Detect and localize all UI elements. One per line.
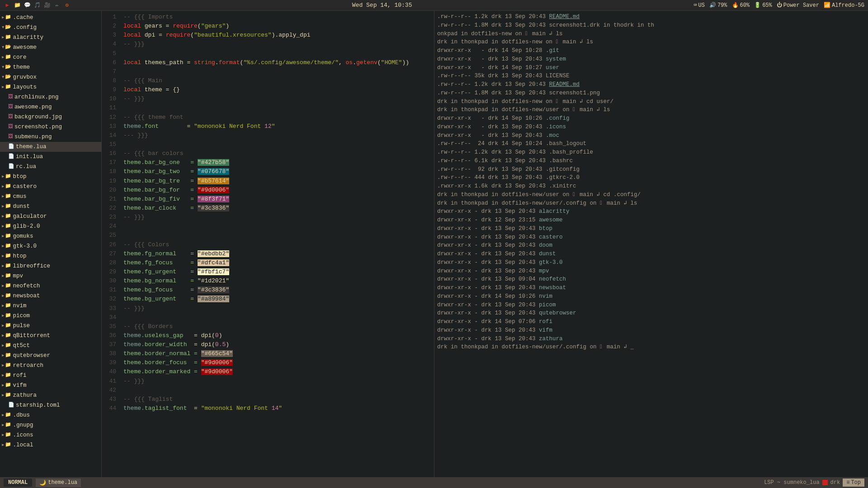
tree-item-screenshot.png[interactable]: 🖼screenshot.png xyxy=(0,122,101,132)
tree-item-.dbus[interactable]: ▶ 📁.dbus xyxy=(0,410,101,420)
icon-bar-1[interactable]: ▶ xyxy=(4,2,11,9)
tree-item-.gnupg[interactable]: ▶ 📁.gnupg xyxy=(0,420,101,430)
icon-bar-3[interactable]: 💬 xyxy=(24,2,31,9)
code-editor[interactable]: 1234567891011121314151617181920212223242… xyxy=(102,11,434,477)
tag-indicator: ≡ Top xyxy=(843,479,864,487)
tree-item-retroarch[interactable]: ▶ 📁retroarch xyxy=(0,361,101,371)
tree-item-layouts[interactable]: ▶ 📁layouts xyxy=(0,82,101,92)
topbar-left: ▶ 📁 💬 🎵 🎥 ✏ ⚙ xyxy=(4,2,71,9)
tree-item-rc.lua[interactable]: 📄rc.lua xyxy=(0,162,101,172)
terminal-line: drwxr-xr-x - drk 13 Sep 20:43 btop xyxy=(437,225,865,233)
terminal-line: .rw-r--r-- 1.8M drk 13 Sep 20:43 screens… xyxy=(437,89,865,98)
tree-item-pulse[interactable]: ▶ 📁pulse xyxy=(0,321,101,331)
editor-content: 1234567891011121314151617181920212223242… xyxy=(102,11,434,477)
tree-item-btop[interactable]: ▶ 📁btop xyxy=(0,172,101,182)
tree-item-galculator[interactable]: ▶ 📁galculator xyxy=(0,211,101,221)
tree-item-dunst[interactable]: ▶ 📁dunst xyxy=(0,202,101,211)
terminal-line: drwxr-xr-x - drk 13 Sep 20:43 qutebrowse… xyxy=(437,309,865,318)
tree-item-.config[interactable]: ▼ 📂.config xyxy=(0,23,101,33)
terminal-line: drwxr-xr-x - drk 13 Sep 20:43 castero xyxy=(437,233,865,242)
tree-item-submenu.png[interactable]: 🖼submenu.png xyxy=(0,132,101,142)
terminal-line: drwxr-xr-x - drk 14 Sep 10:26 .config xyxy=(437,114,865,123)
tree-item-qutebrowser[interactable]: ▶ 📁qutebrowser xyxy=(0,351,101,361)
terminal-line: drwxr-xr-x - drk 13 Sep 20:43 .moc xyxy=(437,131,865,140)
tree-item-newsboat[interactable]: ▶ 📁newsboat xyxy=(0,291,101,301)
tree-item-.icons[interactable]: ▶ 📁.icons xyxy=(0,430,101,440)
tree-item-glib-2.0[interactable]: ▶ 📁glib-2.0 xyxy=(0,221,101,231)
tree-item-gruvbox[interactable]: ▼ 📂gruvbox xyxy=(0,72,101,82)
tree-item-qt5ct[interactable]: ▶ 📁qt5ct xyxy=(0,341,101,351)
terminal-line: .rw-r--r-- 1.2k drk 13 Sep 20:43 README.… xyxy=(437,80,865,89)
icon-bar-4[interactable]: 🎵 xyxy=(33,2,41,9)
file-tree: ▶ 📁.cache▼ 📂.config ▶ 📁alacritty ▼ 📂awes… xyxy=(0,11,102,477)
tree-item-.local[interactable]: ▶ 📁.local xyxy=(0,440,101,450)
topbar-right: ⌨ US 🔊 79% 🔥 60% 🔋 65% ⏻ Power Saver 📶 A… xyxy=(693,2,864,9)
terminal-line: drk in thonkpad in dotfiles-new on  mai… xyxy=(437,38,865,47)
terminal-line: drk in thonkpad in dotfiles-new/user/.co… xyxy=(437,343,865,352)
tree-item-qBittorrent[interactable]: ▶ 📁qBittorrent xyxy=(0,331,101,341)
tree-item-.cache[interactable]: ▶ 📁.cache xyxy=(0,13,101,23)
tree-item-background.jpg[interactable]: 🖼background.jpg xyxy=(0,112,101,122)
wifi-indicator: 📶 Alfredo-5G xyxy=(824,2,864,9)
terminal-line: .rw-r--r-- 1.8M drk 13 Sep 20:43 screens… xyxy=(437,21,865,30)
tree-item-awesome[interactable]: ▼ 📂awesome xyxy=(0,42,101,52)
tree-item-libreoffice[interactable]: ▶ 📁libreoffice xyxy=(0,261,101,271)
terminal-line: drwxr-xr-x - drk 13 Sep 20:43 dunst xyxy=(437,250,865,258)
open-file: 🌙 theme.lua xyxy=(36,479,81,487)
terminal-line: .rw-r--r-- 444 drk 13 Sep 20:43 .gtkrc-2… xyxy=(437,174,865,182)
code-area[interactable]: -- {{{ Importslocal gears = require("gea… xyxy=(120,11,434,477)
terminal-line: drk in thonkpad in dotfiles-new/user on … xyxy=(437,191,865,199)
tree-item-htop[interactable]: ▶ 📁htop xyxy=(0,251,101,261)
terminal-line: drwxr-xr-x - drk 13 Sep 20:43 zathura xyxy=(437,335,865,343)
icon-bar-5[interactable]: 🎥 xyxy=(43,2,51,9)
terminal-line: drwxr-xr-x - drk 13 Sep 20:43 picom xyxy=(437,301,865,310)
tree-item-init.lua[interactable]: 📄init.lua xyxy=(0,152,101,162)
terminal-line: drwxr-xr-x - drk 14 Sep 10:26 nvim xyxy=(437,292,865,301)
terminal-line: drwxr-xr-x - drk 13 Sep 20:43 gtk-3.0 xyxy=(437,258,865,267)
filename: theme.lua xyxy=(48,479,77,486)
tree-item-theme[interactable]: ▼ 📂theme xyxy=(0,62,101,72)
tree-item-starship.toml[interactable]: 📄starship.toml xyxy=(0,400,101,410)
file-icon: 🌙 xyxy=(39,479,46,486)
tag-icon: ≡ xyxy=(846,479,849,486)
terminal-line: drwxr-xr-x - drk 12 Sep 23:15 awesome xyxy=(437,216,865,225)
terminal-line: .rw-r--r-- 1.2k drk 13 Sep 20:43 README.… xyxy=(437,13,865,21)
tree-item-archlinux.png[interactable]: 🖼archlinux.png xyxy=(0,92,101,102)
tree-item-cmus[interactable]: ▶ 📁cmus xyxy=(0,192,101,202)
tree-item-picom[interactable]: ▶ 📁picom xyxy=(0,311,101,321)
terminal-line: drk in thonkpad in dotfiles-new/user on … xyxy=(437,106,865,114)
tree-item-rofi[interactable]: ▶ 📁rofi xyxy=(0,371,101,380)
lsp-status: LSP ~ sumneko_lua xyxy=(764,479,819,486)
terminal-line: .rw-r--r-- 24 drk 14 Sep 10:24 .bash_log… xyxy=(437,140,865,148)
terminal-line: drwxr-xr-x - drk 14 Sep 10:28 .git xyxy=(437,47,865,55)
main-layout: ▶ 📁.cache▼ 📂.config ▶ 📁alacritty ▼ 📂awes… xyxy=(0,11,868,477)
tree-item-nvim[interactable]: ▶ 📁nvim xyxy=(0,301,101,311)
tree-item-vifm[interactable]: ▶ 📁vifm xyxy=(0,380,101,390)
terminal-line: drwxr-xr-x - drk 13 Sep 20:43 .icons xyxy=(437,123,865,131)
tree-item-mpv[interactable]: ▶ 📁mpv xyxy=(0,271,101,281)
terminal-line: drwxr-xr-x - drk 13 Sep 09:04 neofetch xyxy=(437,275,865,284)
tree-item-castero[interactable]: ▶ 📁castero xyxy=(0,182,101,192)
tree-item-gtk-3.0[interactable]: ▶ 📁gtk-3.0 xyxy=(0,241,101,251)
git-branch-icon xyxy=(822,480,828,485)
terminal-line: drk in thonkpad in dotfiles-new/user/.co… xyxy=(437,199,865,208)
tree-item-zathura[interactable]: ▶ 📁zathura xyxy=(0,390,101,400)
tree-item-core[interactable]: ▶ 📁core xyxy=(0,52,101,62)
tree-item-gomuks[interactable]: ▶ 📁gomuks xyxy=(0,231,101,241)
terminal-line: drwxr-xr-x - drk 13 Sep 20:43 mpv xyxy=(437,267,865,276)
terminal[interactable]: .rw-r--r-- 1.2k drk 13 Sep 20:43 README.… xyxy=(434,11,868,477)
icon-bar-6[interactable]: ✏ xyxy=(53,2,61,9)
terminal-line: drwxr-xr-x - drk 13 Sep 20:43 doom xyxy=(437,241,865,250)
terminal-line: drwxr-xr-x - drk 14 Sep 10:27 user xyxy=(437,64,865,72)
terminal-line: drwxr-xr-x - drk 13 Sep 20:43 alacritty xyxy=(437,207,865,216)
tree-item-theme.lua[interactable]: 📄theme.lua xyxy=(0,142,101,152)
icon-bar-2[interactable]: 📁 xyxy=(14,2,21,9)
terminal-line: .rw-r--r-- 92 drk 13 Sep 20:43 .gitconfi… xyxy=(437,165,865,174)
tree-item-neofetch[interactable]: ▶ 📁neofetch xyxy=(0,281,101,291)
tree-item-alacritty[interactable]: ▶ 📁alacritty xyxy=(0,33,101,42)
editor-mode: NORMAL xyxy=(4,479,32,487)
tag-label: Top xyxy=(851,479,861,486)
keyboard-indicator: ⌨ US xyxy=(693,2,705,9)
icon-bar-7[interactable]: ⚙ xyxy=(63,2,71,9)
tree-item-awesome.png[interactable]: 🖼awesome.png xyxy=(0,102,101,112)
